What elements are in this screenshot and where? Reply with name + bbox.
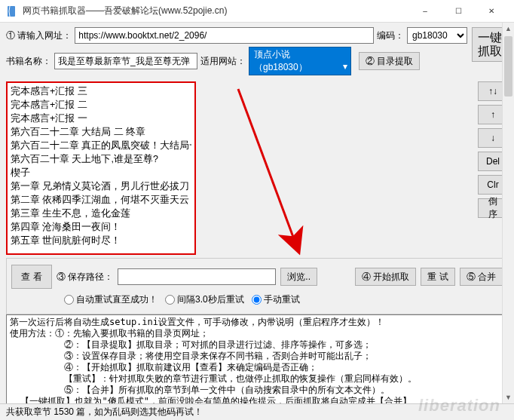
retry-mode-group: 自动重试直至成功！ 间隔3.0秒后重试 手动重试 (11, 292, 503, 309)
save-path-label: ③ 保存路径： (57, 271, 113, 284)
view-button[interactable]: 查 看 (11, 265, 52, 289)
chapter-item[interactable]: 第四章 沧海桑田一夜间！ (11, 220, 191, 234)
chapter-item[interactable]: 第六百二十章 天上地下,谁是至尊? (11, 152, 191, 166)
site-label: 适用网站： (200, 55, 246, 68)
chapter-item[interactable]: 第三章 生生不息，造化金莲 (11, 207, 191, 220)
radio-manual[interactable]: 手动重试 (252, 293, 300, 306)
chapter-list[interactable]: 完本感言+汇报 三完本感言+汇报 二完本感言+汇报 一第六百二十二章 大结局 二… (6, 81, 196, 255)
close-button[interactable]: ✕ (475, 1, 508, 22)
url-label: ① 请输入网址： (6, 29, 72, 42)
titlebar: 网页书籍抓取器——吾爱破解论坛(www.52pojie.cn) – ☐ ✕ (0, 0, 514, 23)
maximize-button[interactable]: ☐ (442, 1, 475, 22)
vertical-scrollbar[interactable]: ▲ ▼ (502, 23, 514, 403)
scroll-down-icon[interactable]: ▼ (503, 391, 514, 403)
scroll-thumb[interactable] (504, 36, 512, 97)
encoding-select[interactable]: gb18030 (407, 27, 467, 44)
save-path-input[interactable] (118, 268, 276, 285)
minimize-button[interactable]: – (408, 1, 442, 22)
chapter-item[interactable]: 完本感言+汇报 三 (11, 84, 191, 98)
chapter-item[interactable]: 第六百二十二章 大结局 二 终章 (11, 125, 191, 139)
log-textarea[interactable]: 第一次运行后将自动生成setup.ini设置文件，可手动修改，内带说明（重启程序… (6, 314, 508, 414)
status-bar: 共获取章节 1530 篇，如为乱码则选其他码再试！ (0, 403, 514, 420)
radio-auto[interactable]: 自动重试直至成功！ (64, 293, 158, 306)
radio-interval[interactable]: 间隔3.0秒后重试 (165, 293, 244, 306)
chapter-item[interactable]: 第六百二十二章 真正的凤凰突破！大结局一 (11, 139, 191, 152)
browse-button[interactable]: 浏览.. (280, 268, 317, 286)
arrow-annotation-zone (200, 81, 473, 255)
chapter-item[interactable]: 楔子 (11, 166, 191, 179)
window-title: 网页书籍抓取器——吾爱破解论坛(www.52pojie.cn) (23, 5, 408, 17)
bookname-label: 书籍名称： (6, 55, 51, 68)
merge-button[interactable]: ⑤ 合并 (460, 268, 503, 286)
chapter-item[interactable]: 完本感言+汇报 二 (11, 98, 191, 112)
scroll-up-icon[interactable]: ▲ (503, 23, 514, 35)
start-crawl-button[interactable]: ④ 开始抓取 (355, 268, 416, 286)
encoding-label: 编码： (377, 29, 404, 42)
extract-toc-button[interactable]: ② 目录提取 (359, 52, 420, 70)
status-text: 共获取章节 1530 篇，如为乱码则选其他码再试！ (6, 406, 203, 418)
chapter-item[interactable]: 第五章 世间肮脏何时尽！ (11, 234, 191, 247)
svg-line-1 (238, 89, 298, 251)
chapter-item[interactable]: 第二章 依稀四季江湖血，何堪不灭垂天云！ (11, 193, 191, 207)
bookname-input[interactable] (54, 53, 197, 69)
app-icon (6, 5, 18, 17)
site-select[interactable]: 顶点小说（gb18030） (249, 47, 351, 75)
url-input[interactable] (75, 27, 374, 44)
chapter-item[interactable]: 第一章 兄弟情义莫论酒，男儿行世必拔刀！ (11, 179, 191, 193)
chapter-item[interactable]: 完本感言+汇报 一 (11, 112, 191, 125)
retry-button[interactable]: 重 试 (421, 268, 454, 286)
